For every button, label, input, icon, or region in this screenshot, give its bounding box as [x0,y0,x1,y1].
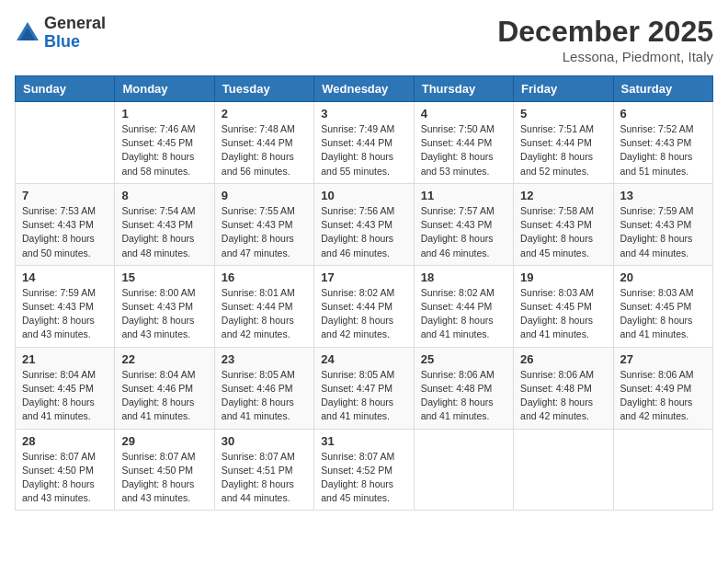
day-info: Sunrise: 8:07 AM Sunset: 4:50 PM Dayligh… [121,450,207,506]
day-info: Sunrise: 8:06 AM Sunset: 4:48 PM Dayligh… [421,368,506,424]
day-number: 25 [421,352,506,366]
col-header-tuesday: Tuesday [214,76,313,102]
logo: General Blue [15,15,106,52]
day-number: 2 [222,107,307,121]
day-info: Sunrise: 8:06 AM Sunset: 4:49 PM Dayligh… [620,368,706,424]
calendar-cell: 29Sunrise: 8:07 AM Sunset: 4:50 PM Dayli… [115,429,214,511]
calendar-cell: 7Sunrise: 7:53 AM Sunset: 4:43 PM Daylig… [16,183,115,265]
day-number: 30 [222,434,307,448]
calendar-cell: 6Sunrise: 7:52 AM Sunset: 4:43 PM Daylig… [613,102,712,184]
day-number: 13 [620,189,706,202]
day-info: Sunrise: 8:02 AM Sunset: 4:44 PM Dayligh… [421,286,506,342]
day-number: 20 [620,270,706,284]
day-info: Sunrise: 7:53 AM Sunset: 4:43 PM Dayligh… [22,204,108,260]
calendar-cell: 31Sunrise: 8:07 AM Sunset: 4:52 PM Dayli… [314,429,414,511]
day-number: 9 [222,189,307,202]
day-number: 12 [520,189,606,202]
col-header-saturday: Saturday [613,76,712,102]
calendar-cell: 2Sunrise: 7:48 AM Sunset: 4:44 PM Daylig… [214,102,313,184]
calendar-cell [613,429,712,511]
calendar-cell: 25Sunrise: 8:06 AM Sunset: 4:48 PM Dayli… [414,347,513,429]
day-info: Sunrise: 8:05 AM Sunset: 4:47 PM Dayligh… [321,368,406,424]
day-number: 21 [22,352,108,366]
calendar-cell: 18Sunrise: 8:02 AM Sunset: 4:44 PM Dayli… [414,265,513,347]
day-number: 31 [321,434,406,448]
calendar-cell [414,429,513,511]
calendar-cell: 21Sunrise: 8:04 AM Sunset: 4:45 PM Dayli… [16,347,115,429]
calendar-cell: 3Sunrise: 7:49 AM Sunset: 4:44 PM Daylig… [314,102,414,184]
calendar-cell: 1Sunrise: 7:46 AM Sunset: 4:45 PM Daylig… [115,102,214,184]
day-number: 3 [321,107,406,121]
calendar-cell: 26Sunrise: 8:06 AM Sunset: 4:48 PM Dayli… [514,347,613,429]
day-info: Sunrise: 8:03 AM Sunset: 4:45 PM Dayligh… [620,286,706,342]
day-info: Sunrise: 8:00 AM Sunset: 4:43 PM Dayligh… [121,286,207,342]
day-info: Sunrise: 7:55 AM Sunset: 4:43 PM Dayligh… [222,204,307,260]
day-number: 18 [421,270,506,284]
calendar-cell: 19Sunrise: 8:03 AM Sunset: 4:45 PM Dayli… [514,265,613,347]
calendar-cell: 15Sunrise: 8:00 AM Sunset: 4:43 PM Dayli… [115,265,214,347]
logo-icon [15,20,40,46]
day-number: 27 [620,352,706,366]
col-header-monday: Monday [115,76,214,102]
day-info: Sunrise: 7:50 AM Sunset: 4:44 PM Dayligh… [421,122,506,178]
day-number: 10 [321,189,406,202]
day-number: 1 [121,107,207,121]
day-number: 17 [321,270,406,284]
day-info: Sunrise: 8:05 AM Sunset: 4:46 PM Dayligh… [222,368,307,424]
day-info: Sunrise: 8:02 AM Sunset: 4:44 PM Dayligh… [321,286,406,342]
day-info: Sunrise: 8:01 AM Sunset: 4:44 PM Dayligh… [222,286,307,342]
day-info: Sunrise: 7:48 AM Sunset: 4:44 PM Dayligh… [222,122,307,178]
day-number: 4 [421,107,506,121]
day-info: Sunrise: 7:54 AM Sunset: 4:43 PM Dayligh… [121,204,207,260]
logo-text: General Blue [44,15,106,52]
calendar-cell: 27Sunrise: 8:06 AM Sunset: 4:49 PM Dayli… [613,347,712,429]
calendar-cell: 17Sunrise: 8:02 AM Sunset: 4:44 PM Dayli… [314,265,414,347]
day-number: 15 [121,270,207,284]
calendar-cell: 20Sunrise: 8:03 AM Sunset: 4:45 PM Dayli… [613,265,712,347]
day-info: Sunrise: 8:07 AM Sunset: 4:52 PM Dayligh… [321,450,406,506]
month-title: December 2025 [497,15,713,49]
day-info: Sunrise: 8:07 AM Sunset: 4:51 PM Dayligh… [222,450,307,506]
day-info: Sunrise: 7:59 AM Sunset: 4:43 PM Dayligh… [22,286,108,342]
day-number: 28 [22,434,108,448]
calendar-cell: 14Sunrise: 7:59 AM Sunset: 4:43 PM Dayli… [16,265,115,347]
day-info: Sunrise: 7:58 AM Sunset: 4:43 PM Dayligh… [520,204,606,260]
day-info: Sunrise: 7:59 AM Sunset: 4:43 PM Dayligh… [620,204,706,260]
calendar-cell: 10Sunrise: 7:56 AM Sunset: 4:43 PM Dayli… [314,183,414,265]
calendar-cell: 28Sunrise: 8:07 AM Sunset: 4:50 PM Dayli… [16,429,115,511]
calendar-cell: 12Sunrise: 7:58 AM Sunset: 4:43 PM Dayli… [514,183,613,265]
day-number: 24 [321,352,406,366]
day-number: 14 [22,270,108,284]
day-info: Sunrise: 7:57 AM Sunset: 4:43 PM Dayligh… [421,204,506,260]
day-info: Sunrise: 7:49 AM Sunset: 4:44 PM Dayligh… [321,122,406,178]
calendar-cell: 11Sunrise: 7:57 AM Sunset: 4:43 PM Dayli… [414,183,513,265]
calendar-table: SundayMondayTuesdayWednesdayThursdayFrid… [15,75,713,511]
day-number: 8 [121,189,207,202]
title-block: December 2025 Lessona, Piedmont, Italy [497,15,713,64]
location-text: Lessona, Piedmont, Italy [497,49,713,64]
calendar-cell: 5Sunrise: 7:51 AM Sunset: 4:44 PM Daylig… [514,102,613,184]
calendar-cell: 9Sunrise: 7:55 AM Sunset: 4:43 PM Daylig… [214,183,313,265]
day-info: Sunrise: 7:56 AM Sunset: 4:43 PM Dayligh… [321,204,406,260]
day-number: 7 [22,189,108,202]
logo-general-text: General [44,14,106,32]
calendar-cell: 22Sunrise: 8:04 AM Sunset: 4:46 PM Dayli… [115,347,214,429]
day-info: Sunrise: 8:04 AM Sunset: 4:46 PM Dayligh… [121,368,207,424]
col-header-sunday: Sunday [16,76,115,102]
day-info: Sunrise: 7:51 AM Sunset: 4:44 PM Dayligh… [520,122,606,178]
calendar-cell: 23Sunrise: 8:05 AM Sunset: 4:46 PM Dayli… [214,347,313,429]
day-info: Sunrise: 8:07 AM Sunset: 4:50 PM Dayligh… [22,450,108,506]
day-info: Sunrise: 8:06 AM Sunset: 4:48 PM Dayligh… [520,368,606,424]
col-header-wednesday: Wednesday [314,76,414,102]
day-number: 16 [222,270,307,284]
day-number: 22 [121,352,207,366]
day-info: Sunrise: 8:04 AM Sunset: 4:45 PM Dayligh… [22,368,108,424]
calendar-cell [514,429,613,511]
calendar-cell: 30Sunrise: 8:07 AM Sunset: 4:51 PM Dayli… [214,429,313,511]
day-info: Sunrise: 7:52 AM Sunset: 4:43 PM Dayligh… [620,122,706,178]
day-number: 19 [520,270,606,284]
calendar-cell [16,102,115,184]
day-number: 29 [121,434,207,448]
day-number: 26 [520,352,606,366]
day-info: Sunrise: 7:46 AM Sunset: 4:45 PM Dayligh… [121,122,207,178]
